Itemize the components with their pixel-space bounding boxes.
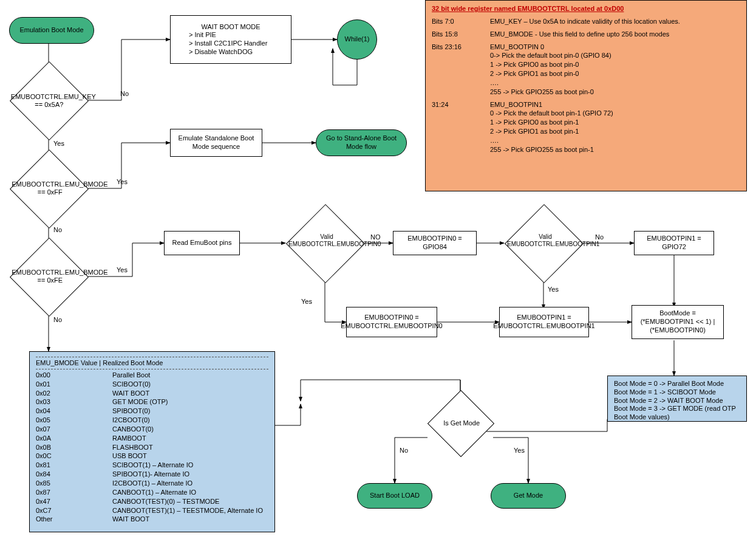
legend-bmode-table: EMU_BMODE Value | Realized Boot Mode 0x0… — [29, 351, 275, 532]
decision-is-get-label: Is Get Mode — [429, 419, 494, 427]
process-read-pins: Read EmuBoot pins — [164, 231, 240, 255]
edge-label-yes-3: Yes — [117, 266, 128, 273]
edge-label-no-2: No — [53, 226, 62, 233]
start-terminator: Emulation Boot Mode — [9, 17, 94, 44]
emulate-standalone-label: Emulate Standalone Boot Mode sequence — [173, 134, 259, 151]
edge-label-no-3: No — [53, 316, 62, 323]
decision-is-get-mode: Is Get Mode — [427, 390, 494, 457]
bmode-table-header: EMU_BMODE Value | Realized Boot Mode — [36, 359, 268, 368]
edge-label-yes-6: Yes — [514, 447, 525, 454]
wait-boot-title: WAIT BOOT MODE — [202, 23, 261, 32]
get-mode-label: Get Mode — [514, 492, 543, 500]
read-pins-label: Read EmuBoot pins — [172, 239, 232, 247]
edge-label-no-5: No — [595, 233, 604, 241]
decision-valid-pin1-label: Valid EMUBOOTCTRL.EMUBOOTPIN1 — [507, 233, 584, 248]
decision-emu-key-label: EMUBOOTCTRL.EMU_KEY == 0x5A? — [11, 93, 87, 109]
decision-valid-pin0: Valid EMUBOOTCTRL.EMUBOOTPIN0 — [286, 204, 365, 283]
wait-boot-l2: > Install C2C1IPC Handler — [173, 39, 267, 48]
legend-register-title: 32 bit wide register named EMUBOOTCTRL l… — [432, 4, 740, 13]
while-loop: While(1) — [337, 19, 377, 60]
process-pin0-ctrl: EMUBOOTPIN0 = EMUBOOTCTRL.EMUBOOTPIN0 — [346, 307, 437, 337]
process-bootmode-calc: BootMode = (*EMUBOOTPIN1 << 1) | (*EMUBO… — [632, 305, 724, 339]
terminator-get-mode: Get Mode — [491, 483, 566, 509]
edge-label-yes-4: Yes — [301, 298, 312, 305]
edge-label-no-1: No — [120, 90, 129, 97]
decision-valid-pin1: Valid EMUBOOTCTRL.EMUBOOTPIN1 — [505, 204, 584, 283]
edge-label-yes-5: Yes — [548, 286, 559, 293]
process-pin0-gpio84: EMUBOOTPIN0 = GPIO84 — [393, 231, 477, 255]
decision-bmode-ff: EMUBOOTCTRL.EMU_BMODE == 0xFF — [10, 149, 89, 228]
pin1-gpio72-label: EMUBOOTPIN1 = GPIO72 — [637, 235, 711, 252]
legend-register: 32 bit wide register named EMUBOOTCTRL l… — [425, 0, 747, 191]
goto-standalone-label: Go to Stand-Alone Boot Mode flow — [319, 134, 404, 151]
while-label: While(1) — [345, 35, 370, 44]
decision-valid-pin0-label: Valid EMUBOOTCTRL.EMUBOOTPIN0 — [288, 233, 365, 248]
pin0-ctrl-label: EMUBOOTPIN0 = EMUBOOTCTRL.EMUBOOTPIN0 — [341, 314, 442, 331]
decision-emu-key: EMUBOOTCTRL.EMU_KEY == 0x5A? — [10, 61, 89, 140]
decision-bmode-fe: EMUBOOTCTRL.EMU_BMODE == 0xFE — [10, 238, 89, 317]
bmode-table-body: 0x00Parallel Boot0x01SCIBOOT(0)0x02WAIT … — [36, 371, 268, 524]
bootmode-calc-label: BootMode = (*EMUBOOTPIN1 << 1) | (*EMUBO… — [635, 309, 721, 334]
terminator-goto-standalone: Go to Stand-Alone Boot Mode flow — [316, 129, 407, 156]
process-wait-boot: WAIT BOOT MODE > Init PIE > Install C2C1… — [170, 15, 291, 64]
flowchart-canvas: Emulation Boot Mode EMUBOOTCTRL.EMU_KEY … — [0, 0, 756, 539]
legend-bootmode: Boot Mode = 0 -> Parallel Boot Mode Boot… — [607, 376, 747, 422]
pin0-gpio84-label: EMUBOOTPIN0 = GPIO84 — [396, 235, 474, 252]
wait-boot-l1: > Init PIE — [173, 31, 216, 39]
start-boot-load-label: Start Boot LOAD — [370, 492, 420, 500]
edge-label-no-4: NO — [370, 233, 381, 241]
edge-label-yes-1: Yes — [53, 140, 64, 147]
pin1-ctrl-label: EMUBOOTPIN1 = EMUBOOTCTRL.EMUBOOTPIN1 — [493, 314, 594, 331]
decision-bmode-ff-label: EMUBOOTCTRL.EMU_BMODE == 0xFF — [12, 180, 88, 196]
edge-label-yes-2: Yes — [117, 178, 128, 185]
process-emulate-standalone: Emulate Standalone Boot Mode sequence — [170, 129, 262, 157]
start-label: Emulation Boot Mode — [19, 26, 83, 35]
decision-bmode-fe-label: EMUBOOTCTRL.EMU_BMODE == 0xFE — [12, 269, 88, 284]
edge-label-no-6: No — [400, 447, 408, 454]
terminator-start-boot-load: Start Boot LOAD — [357, 483, 432, 509]
process-pin1-ctrl: EMUBOOTPIN1 = EMUBOOTCTRL.EMUBOOTPIN1 — [499, 307, 589, 337]
wait-boot-l3: > Disable WatchDOG — [173, 48, 253, 57]
process-pin1-gpio72: EMUBOOTPIN1 = GPIO72 — [634, 231, 714, 255]
